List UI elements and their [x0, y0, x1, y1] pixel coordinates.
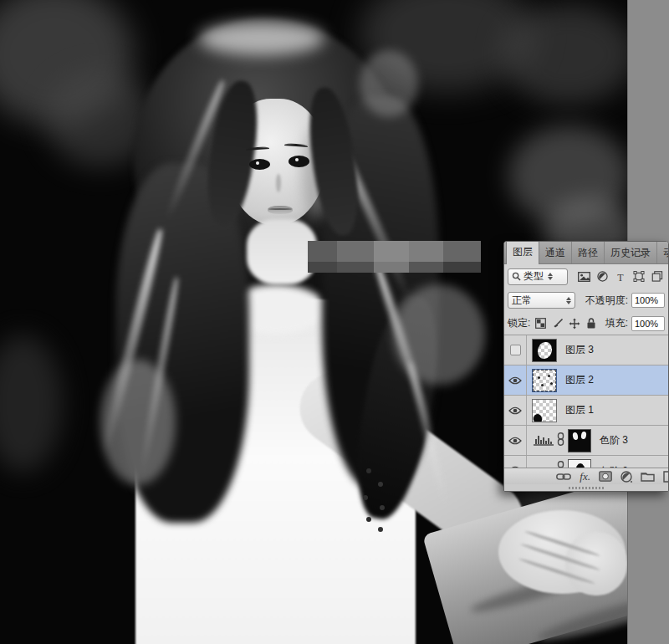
nose: [276, 174, 281, 192]
layer-name: 图层 2: [565, 373, 594, 387]
tab-history[interactable]: 历史记录: [605, 242, 657, 263]
lock-transparency-icon[interactable]: [534, 316, 547, 331]
mosaic-block: [308, 262, 337, 273]
mosaic-block: [337, 241, 375, 262]
lock-label: 锁定:: [508, 316, 530, 330]
eye-icon: [508, 437, 522, 445]
layer-filter-row: 类型 T: [504, 264, 668, 289]
mosaic-block: [337, 262, 375, 273]
layer-row-tuceng2[interactable]: 图层 2: [504, 365, 668, 396]
lips: [268, 206, 293, 214]
mosaic-block: [409, 241, 443, 262]
panel-tab-bar: 图层 通道 路径 历史记录 动作: [504, 242, 668, 264]
visibility-toggle[interactable]: [504, 396, 527, 425]
grip-dots-icon: [569, 487, 604, 489]
mosaic-block: [374, 262, 408, 273]
thumbnail-dot: [548, 375, 550, 377]
fill-label: 填充:: [605, 316, 628, 330]
layer-name: 图层 1: [565, 403, 594, 417]
censor-mosaic: [308, 241, 481, 273]
blend-mode-select[interactable]: 正常: [508, 292, 575, 309]
filter-type-select[interactable]: 类型: [508, 268, 568, 285]
panel-resize-grip[interactable]: [504, 484, 668, 491]
levels-adjustment-icon[interactable]: [534, 432, 554, 448]
layer-list: 图层 3 图层 2: [504, 335, 668, 471]
new-layer-icon[interactable]: [663, 471, 669, 483]
visibility-toggle[interactable]: [504, 426, 527, 455]
layer-name: 色阶 3: [600, 433, 628, 447]
tab-actions[interactable]: 动作: [657, 242, 669, 263]
eye-catchlight: [256, 161, 259, 165]
layers-panel: 图层 通道 路径 历史记录 动作 类型 T: [503, 241, 669, 492]
layer-row-tuceng1[interactable]: 图层 1: [504, 396, 668, 426]
layer-row-tuceng3[interactable]: 图层 3: [504, 335, 668, 365]
fill-input[interactable]: [631, 316, 665, 331]
blend-mode-value: 正常: [512, 294, 532, 308]
filter-adjustment-layers-icon[interactable]: [595, 269, 610, 284]
chevron-updown-icon: [548, 273, 553, 280]
layer-mask-thumbnail[interactable]: [568, 429, 591, 452]
layer-thumbnail[interactable]: [532, 369, 557, 392]
mosaic-block: [374, 241, 408, 262]
blend-mode-row: 正常 不透明度:: [504, 289, 668, 312]
hair-top-highlight: [199, 22, 324, 55]
filter-type-label: 类型: [523, 269, 544, 284]
tab-channels[interactable]: 通道: [539, 242, 572, 263]
visibility-toggle[interactable]: [504, 365, 527, 395]
eye-left: [249, 159, 270, 170]
mosaic-block: [443, 241, 481, 262]
bokeh-blob: [502, 4, 627, 105]
thumbnail-blob: [538, 342, 552, 359]
search-icon: [512, 272, 521, 281]
thumbnail-blob: [534, 414, 542, 422]
visibility-empty-checkbox: [510, 345, 521, 355]
hand-fist: [565, 532, 627, 595]
lock-position-move-icon[interactable]: [568, 316, 581, 331]
opacity-input[interactable]: [631, 293, 665, 308]
new-group-folder-icon[interactable]: [641, 471, 655, 482]
filter-pixel-layers-icon[interactable]: [576, 269, 591, 284]
hair-wisp: [100, 360, 176, 485]
lip-line: [268, 208, 292, 210]
new-adjustment-layer-icon[interactable]: [620, 471, 632, 483]
mosaic-block: [409, 262, 443, 273]
panel-footer-toolbar: fx.: [504, 468, 668, 484]
link-layers-icon[interactable]: [556, 473, 571, 481]
layer-name: 图层 3: [565, 343, 594, 357]
eye-catchlight: [295, 158, 299, 161]
thumbnail-dot: [550, 382, 553, 385]
mosaic-block: [443, 262, 481, 273]
layer-row-sejie3[interactable]: 色阶 3: [504, 426, 668, 456]
photoshop-workspace: 图层 通道 路径 历史记录 动作 类型 T: [0, 0, 669, 644]
corset-lacing: [366, 468, 371, 473]
eye-icon: [508, 406, 522, 415]
tab-layers[interactable]: 图层: [506, 241, 539, 264]
add-layer-mask-icon[interactable]: [599, 471, 612, 482]
mask-blob: [572, 432, 579, 440]
lock-row: 锁定: 填充:: [504, 312, 668, 335]
filter-smart-objects-icon[interactable]: [650, 269, 665, 284]
thumbnail-dot: [538, 376, 540, 379]
opacity-label: 不透明度:: [585, 294, 628, 308]
eye-icon: [508, 376, 522, 385]
visibility-toggle[interactable]: [504, 335, 527, 365]
hair-wisp: [393, 284, 485, 385]
mask-blob: [580, 431, 586, 439]
lock-pixels-brush-icon[interactable]: [551, 316, 564, 331]
layer-thumbnail[interactable]: [532, 399, 557, 422]
mosaic-block: [308, 241, 337, 262]
layer-thumbnail[interactable]: [532, 339, 557, 362]
neck: [247, 219, 317, 284]
layer-style-fx-icon[interactable]: fx.: [580, 470, 590, 483]
chevron-updown-icon: [566, 297, 571, 304]
bokeh-blob: [0, 335, 63, 473]
filter-type-layers-icon[interactable]: T: [613, 269, 628, 284]
thumbnail-dot: [541, 384, 544, 386]
eye-right: [289, 156, 309, 167]
lock-all-padlock-icon[interactable]: [585, 316, 598, 331]
filter-shape-layers-icon[interactable]: [631, 269, 646, 284]
hair-wisp: [360, 50, 418, 117]
mask-link-icon[interactable]: [557, 432, 564, 448]
tab-paths[interactable]: 路径: [572, 242, 605, 263]
svg-text:T: T: [617, 272, 624, 282]
